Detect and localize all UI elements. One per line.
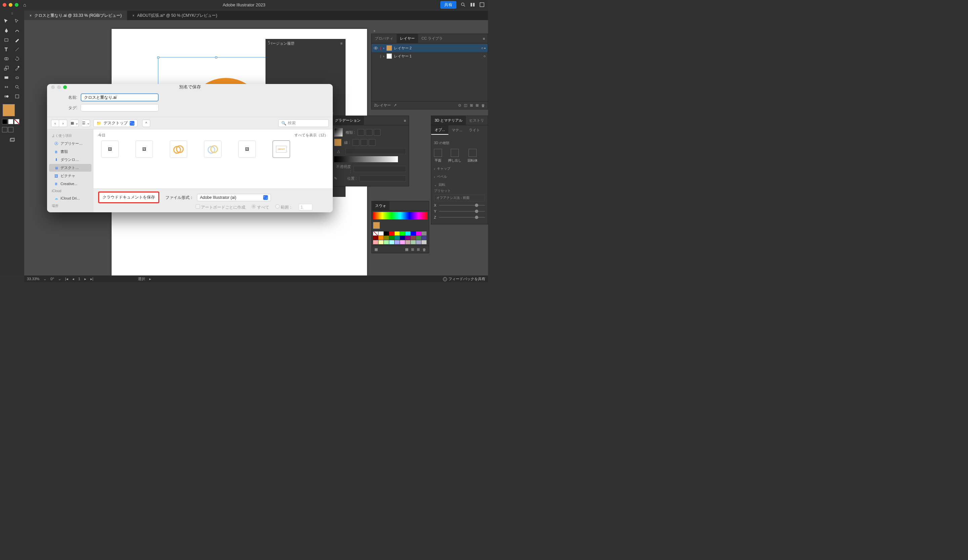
type-tool[interactable]: T [2,45,12,54]
position-input[interactable] [359,175,406,182]
swatch[interactable] [416,236,421,240]
filename-input[interactable] [81,93,159,101]
swatch[interactable] [389,236,394,240]
export-icon[interactable]: ↗ [394,103,396,107]
rotate-tool[interactable] [12,55,22,63]
swatch[interactable] [389,240,394,244]
document-tab[interactable]: × クロスと重なり.ai @ 33.33 % (RGB/プレビュー) [24,11,127,20]
document-tab[interactable]: × ABOUT拡張.ai* @ 50 % (CMYK/プレビュー) [127,11,222,20]
swatch[interactable] [416,240,421,244]
artboard-number[interactable]: 1 [78,277,80,281]
blend-tool[interactable] [2,92,12,101]
home-icon[interactable]: ⌂ [23,2,26,8]
paintbrush-tool[interactable] [12,36,22,45]
file-item[interactable]: 🖼 [235,140,259,158]
sidebar-item-documents[interactable]: 🗎書類 [49,148,91,155]
workspace-icon[interactable] [479,2,485,7]
swatch-lib-icon[interactable]: ▦ [375,247,378,252]
swatch[interactable] [411,231,416,236]
search-input[interactable]: 🔍 検索 [278,119,329,127]
selection-handle[interactable] [215,56,217,58]
radial-gradient-icon[interactable] [366,129,373,136]
scale-tool[interactable] [2,64,12,73]
gradient-fill-swatch[interactable] [334,139,341,146]
artboard-checkbox[interactable]: アートボードごとに作成 [196,204,245,210]
subtab-material[interactable]: マテ... [448,125,466,135]
eyedropper-icon[interactable]: ✎ [334,176,337,181]
sidebar-item-location[interactable]: ⊟NO N...▲ [49,210,91,212]
draw-normal-icon[interactable] [2,127,7,132]
pen-tool[interactable] [2,26,12,35]
swatches-tab[interactable]: スウォ [372,201,390,210]
panel-menu-icon[interactable]: ≡ [401,116,409,125]
3d-plane-option[interactable]: 平面 [434,149,442,163]
rectangle-tool[interactable] [2,36,12,45]
panel-menu-icon[interactable]: ≡ [480,34,488,43]
z-rotation-slider[interactable] [439,217,485,218]
preset-select[interactable]: オフアクシス法 - 前面 [434,195,485,201]
tab-cc-libraries[interactable]: CC ライブラ [418,34,446,43]
tab-layers[interactable]: レイヤー [396,34,418,43]
zoom-level[interactable]: 33.33% [27,277,39,281]
y-rotation-slider[interactable] [439,211,485,211]
3d-revolve-option[interactable]: 回転体 [467,149,477,163]
panel-menu-icon[interactable]: ≡ [340,41,343,45]
swatch[interactable] [421,236,426,240]
eyedropper-tool[interactable] [12,64,22,73]
zoom-tool[interactable] [12,83,22,91]
fill-stroke-control[interactable] [3,104,15,116]
file-item[interactable] [201,140,224,158]
swatch[interactable] [378,240,383,244]
back-button[interactable]: ‹ [51,120,59,127]
locate-icon[interactable]: ⊙ [458,103,461,107]
swatch[interactable] [421,231,426,236]
range-radio[interactable]: 範囲： [275,204,293,210]
folder-dropdown[interactable]: 📁 デスクトップ ⌃⌄ [93,119,138,127]
subtab-light[interactable]: ライト [466,125,483,135]
section-bevel[interactable]: › ベベル [434,174,485,179]
gradient-slider[interactable] [334,156,398,162]
swatch[interactable] [373,240,378,244]
none-swatch[interactable] [14,119,20,124]
format-dropdown[interactable]: Adobe Illustrator (ai) ⌃⌄ [197,194,271,201]
layer-name[interactable]: レイヤー 1 [394,54,412,59]
gradient-swatch[interactable] [8,119,13,124]
line-tool[interactable] [12,45,22,54]
swatch[interactable] [405,231,410,236]
group-view-button[interactable]: ☰ ⌄ [82,120,90,127]
tab-history[interactable]: ヒストリ [466,116,487,125]
swatch-options-icon[interactable]: ⊞ [411,247,414,252]
swatch[interactable] [400,236,405,240]
sidebar-item-downloads[interactable]: ⬇ダウンロ… [49,156,91,164]
delete-layer-icon[interactable]: 🗑 [481,104,485,107]
tab-properties[interactable]: プロパティ [371,34,396,43]
3d-extrude-option[interactable]: 押し出し [448,149,461,163]
direct-selection-tool[interactable] [12,17,22,26]
swatch[interactable] [384,236,389,240]
selection-tool[interactable] [2,17,12,26]
rotation-value[interactable]: 0° [50,277,54,281]
color-spectrum[interactable] [373,212,428,220]
sidebar-item-desktop[interactable]: 🖥デスクト… [49,164,91,172]
stroke-along-icon[interactable] [361,139,367,146]
close-tab-icon[interactable]: × [133,14,134,18]
tab-3d[interactable]: 3D とマテリアル [431,116,466,125]
swatch[interactable] [384,240,389,244]
up-folder-button[interactable]: ^ [142,120,150,127]
shape-builder-tool[interactable] [2,55,12,63]
layer-name[interactable]: レイヤー 2 [394,46,412,51]
swatch[interactable] [405,240,410,244]
show-all-link[interactable]: すべてを表示（12） [294,133,328,138]
cloud-save-button[interactable]: クラウドドキュメントを保存 [98,192,159,203]
current-swatch[interactable] [373,222,380,229]
fill-color-swatch[interactable] [2,119,7,124]
swatch[interactable] [400,240,405,244]
maximize-window-icon[interactable] [15,3,18,7]
range-input[interactable] [299,204,312,210]
swatch[interactable] [394,240,399,244]
gradient-preview[interactable] [334,128,343,137]
sidebar-item-icloud-drive[interactable]: ☁iCloud Dri... [49,195,91,202]
section-cap[interactable]: › キャップ [434,166,485,171]
tags-input[interactable] [81,104,159,112]
search-icon[interactable] [461,2,466,7]
